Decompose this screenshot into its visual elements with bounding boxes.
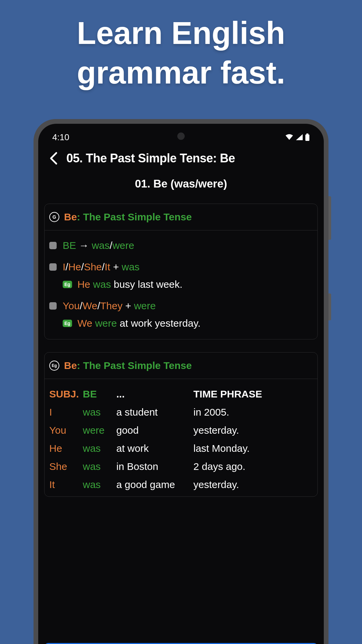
checkbox[interactable] — [49, 302, 57, 310]
cell-be: was — [83, 479, 116, 490]
example-badge-icon: Eg — [49, 361, 59, 371]
table-row: He was at work last Monday. — [49, 439, 313, 458]
cell-subj: You — [49, 425, 83, 436]
side-button — [328, 293, 331, 320]
cell-time: yesterday. — [193, 425, 313, 436]
col-header-be: BE — [83, 388, 116, 400]
grammar-card-title: Be: The Past Simple Tense — [64, 211, 192, 223]
cell-be: were — [83, 425, 116, 436]
cell-be: was — [83, 461, 116, 472]
example-text: We were at work yesterday. — [77, 318, 200, 329]
cell-subj: She — [49, 461, 83, 472]
example-table: SUBJ. BE ... TIME PHRASE I was a student… — [45, 379, 317, 496]
rule-text: You/We/They + were — [63, 300, 156, 312]
grammar-badge-icon: G — [49, 212, 59, 222]
example-line: Eg We were at work yesterday. — [49, 312, 313, 329]
cell-subj: It — [49, 479, 83, 490]
lesson-subtitle: 01. Be (was/were) — [44, 171, 318, 204]
phone-screen: 4:10 05. The Past Simple Tense: Be 01. B… — [38, 124, 324, 644]
battery-icon — [305, 133, 310, 141]
table-row: She was in Boston 2 days ago. — [49, 458, 313, 476]
cell-be: was — [83, 407, 116, 418]
example-card: Eg Be: The Past Simple Tense SUBJ. BE ..… — [44, 352, 318, 497]
grammar-card-header: G Be: The Past Simple Tense — [45, 204, 317, 230]
title-be: Be — [64, 211, 77, 222]
cell-be: was — [83, 443, 116, 454]
cell-mid: a good game — [116, 479, 193, 490]
phone-frame: 4:10 05. The Past Simple Tense: Be 01. B… — [34, 119, 328, 644]
table-row: You were good yesterday. — [49, 421, 313, 439]
rule-item: I/He/She/It + was Eg He was busy last we… — [49, 254, 313, 293]
cell-mid: good — [116, 425, 193, 436]
promo-title: Learn English grammar fast. — [0, 0, 362, 99]
title-sep: : — [77, 211, 83, 222]
checkbox[interactable] — [49, 242, 57, 249]
cell-mid: at work — [116, 443, 193, 454]
table-row: It was a good game yesterday. — [49, 476, 313, 494]
title-rest: The Past Simple Tense — [83, 211, 192, 222]
camera-notch — [177, 132, 185, 140]
cell-subj: I — [49, 407, 83, 418]
rule-text: I/He/She/It + was — [63, 261, 139, 273]
example-card-title: Be: The Past Simple Tense — [64, 360, 192, 371]
cell-time: last Monday. — [193, 443, 313, 454]
svg-rect-1 — [305, 135, 309, 141]
side-button — [328, 196, 331, 240]
chevron-left-icon — [49, 152, 58, 165]
wifi-icon — [285, 134, 294, 141]
col-header-mid: ... — [116, 388, 193, 400]
page-title: 05. The Past Simple Tense: Be — [66, 151, 235, 165]
cell-mid: in Boston — [116, 461, 193, 472]
rule-text: BE → was/were — [63, 240, 134, 251]
cell-time: yesterday. — [193, 479, 313, 490]
title-rest: The Past Simple Tense — [83, 360, 192, 371]
title-sep: : — [77, 360, 83, 371]
app-header: 05. The Past Simple Tense: Be — [44, 144, 318, 171]
table-header-row: SUBJ. BE ... TIME PHRASE — [49, 385, 313, 403]
cell-mid: a student — [116, 407, 193, 418]
checkbox[interactable] — [49, 263, 57, 271]
rule-item: BE → was/were — [49, 232, 313, 254]
status-time: 4:10 — [52, 132, 69, 143]
title-be: Be — [64, 360, 77, 371]
status-icons — [285, 133, 310, 141]
rule-item: You/We/They + were Eg We were at work ye… — [49, 293, 313, 332]
example-line: Eg He was busy last week. — [49, 273, 313, 290]
rule-line: BE → was/were — [49, 240, 313, 251]
eg-badge: Eg — [63, 281, 72, 288]
example-card-header: Eg Be: The Past Simple Tense — [45, 353, 317, 379]
grammar-card: G Be: The Past Simple Tense BE → was/wer… — [44, 204, 318, 339]
example-text: He was busy last week. — [77, 279, 183, 290]
rule-line: I/He/She/It + was — [49, 261, 313, 273]
col-header-time: TIME PHRASE — [193, 388, 313, 400]
eg-badge: Eg — [63, 320, 72, 327]
rule-list: BE → was/were I/He/She/It + was Eg He wa… — [45, 230, 317, 339]
cell-subj: He — [49, 443, 83, 454]
back-button[interactable] — [47, 152, 60, 165]
cell-time: 2 days ago. — [193, 461, 313, 472]
signal-icon — [296, 134, 303, 141]
cell-time: in 2005. — [193, 407, 313, 418]
col-header-subj: SUBJ. — [49, 388, 83, 400]
table-row: I was a student in 2005. — [49, 403, 313, 421]
svg-rect-0 — [306, 133, 308, 135]
rule-line: You/We/They + were — [49, 300, 313, 312]
